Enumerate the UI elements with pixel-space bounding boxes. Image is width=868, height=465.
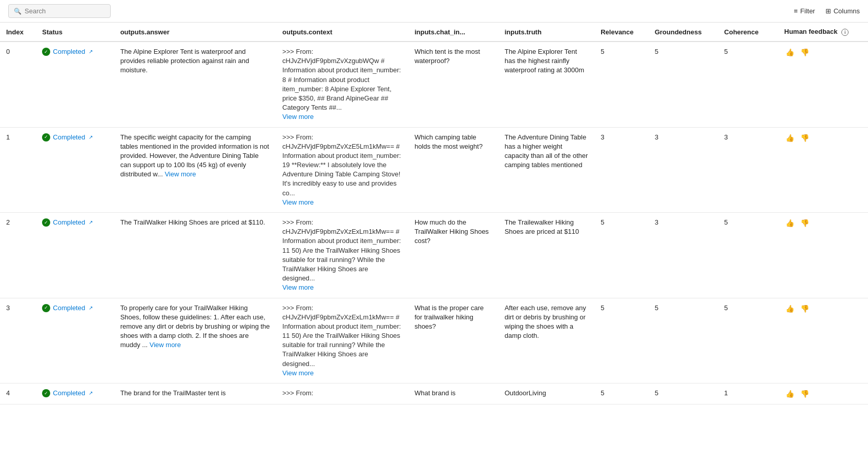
table-row: 1 ✓ Completed ↗ The specific weight capa…: [0, 127, 868, 213]
feedback-info-icon[interactable]: i: [841, 29, 849, 36]
cell-status: ✓ Completed ↗: [36, 213, 114, 298]
cell-coherence: 5: [718, 42, 778, 127]
thumbs-down-button[interactable]: 👎: [799, 389, 810, 399]
search-icon: 🔍: [14, 8, 22, 15]
col-header-coherence: Coherence: [718, 23, 778, 42]
cell-chat-in: What is the proper care for trailwalker …: [408, 298, 499, 383]
table-row: 2 ✓ Completed ↗ The TrailWalker Hiking S…: [0, 213, 868, 298]
cell-relevance: 5: [594, 298, 648, 383]
cell-status: ✓ Completed ↗: [36, 127, 114, 213]
status-completed-icon: ✓: [42, 48, 50, 56]
cell-index: 3: [0, 298, 36, 383]
table-body: 0 ✓ Completed ↗ The Alpine Explorer Tent…: [0, 42, 868, 405]
cell-truth: The Adventure Dining Table has a higher …: [499, 127, 595, 213]
cell-relevance: 5: [594, 42, 648, 127]
cell-coherence: 5: [718, 213, 778, 298]
status-completed-icon: ✓: [42, 133, 50, 141]
answer-view-more[interactable]: View more: [150, 341, 181, 349]
external-link-icon[interactable]: ↗: [89, 48, 93, 55]
cell-context: >>> From:: [276, 383, 408, 405]
cell-chat-in: How much do the TrailWalker Hiking Shoes…: [408, 213, 499, 298]
cell-truth: After each use, remove any dirt or debri…: [499, 298, 595, 383]
thumbs-down-button[interactable]: 👎: [799, 47, 810, 57]
context-text: >>> From:: [282, 389, 313, 397]
answer-text: The Alpine Explorer Tent is waterproof a…: [120, 48, 250, 74]
filter-button[interactable]: ≡ Filter: [794, 7, 815, 15]
answer-text: To properly care for your TrailWalker Hi…: [120, 304, 270, 349]
cell-groundedness: 3: [649, 213, 718, 298]
answer-view-more[interactable]: View more: [164, 170, 196, 178]
cell-chat-in: Which camping table holds the most weigh…: [408, 127, 499, 213]
table-row: 3 ✓ Completed ↗ To properly care for you…: [0, 298, 868, 383]
cell-context: >>> From: cHJvZHVjdF9pbmZvXzE5Lm1kMw== #…: [276, 127, 408, 213]
cell-status: ✓ Completed ↗: [36, 42, 114, 127]
columns-icon: ⊞: [825, 7, 831, 15]
cell-status: ✓ Completed ↗: [36, 383, 114, 405]
cell-answer: The specific weight capacity for the cam…: [114, 127, 276, 213]
answer-text: The TrailWalker Hiking Shoes are priced …: [120, 218, 265, 226]
thumbs-up-button[interactable]: 👍: [784, 218, 795, 228]
col-header-status: Status: [36, 23, 114, 42]
toolbar: 🔍 ≡ Filter ⊞ Columns: [0, 0, 868, 23]
thumbs-down-button[interactable]: 👎: [799, 133, 810, 143]
status-text: Completed: [53, 133, 85, 142]
thumbs-up-button[interactable]: 👍: [784, 133, 795, 143]
cell-relevance: 3: [594, 127, 648, 213]
cell-human-feedback: 👍 👎: [778, 383, 869, 405]
cell-answer: The Alpine Explorer Tent is waterproof a…: [114, 42, 276, 127]
cell-coherence: 1: [718, 383, 778, 405]
table-row: 4 ✓ Completed ↗ The brand for the TrailM…: [0, 383, 868, 405]
table-header: Index Status outputs.answer outputs.cont…: [0, 23, 868, 42]
cell-human-feedback: 👍 👎: [778, 42, 869, 127]
cell-truth: The Trailewalker Hiking Shoes are priced…: [499, 213, 595, 298]
context-text: >>> From: cHJvZHVjdF9pbmZvXzE5Lm1kMw== #…: [282, 133, 401, 197]
cell-human-feedback: 👍 👎: [778, 127, 869, 213]
external-link-icon[interactable]: ↗: [89, 305, 93, 312]
cell-answer: To properly care for your TrailWalker Hi…: [114, 298, 276, 383]
status-text: Completed: [53, 304, 85, 313]
external-link-icon[interactable]: ↗: [89, 219, 93, 226]
cell-context: >>> From: cHJvZHVjdF9pbmZvXzExLm1kMw== #…: [276, 298, 408, 383]
col-header-groundedness: Groundedness: [649, 23, 718, 42]
columns-button[interactable]: ⊞ Columns: [825, 7, 860, 15]
cell-groundedness: 5: [649, 42, 718, 127]
table-row: 0 ✓ Completed ↗ The Alpine Explorer Tent…: [0, 42, 868, 127]
data-table: Index Status outputs.answer outputs.cont…: [0, 23, 868, 405]
status-text: Completed: [53, 47, 85, 56]
answer-text: The brand for the TrailMaster tent is: [120, 389, 226, 397]
thumbs-up-button[interactable]: 👍: [784, 389, 795, 399]
thumbs-up-button[interactable]: 👍: [784, 47, 795, 57]
context-text: >>> From: cHJvZHVjdF9pbmZvXzExLm1kMw== #…: [282, 218, 401, 282]
thumbs-down-button[interactable]: 👎: [799, 218, 810, 228]
status-completed-icon: ✓: [42, 389, 50, 397]
cell-groundedness: 5: [649, 298, 718, 383]
external-link-icon[interactable]: ↗: [89, 390, 93, 397]
thumbs-up-button[interactable]: 👍: [784, 304, 795, 314]
status-completed-icon: ✓: [42, 304, 50, 312]
cell-relevance: 5: [594, 213, 648, 298]
cell-groundedness: 5: [649, 383, 718, 405]
col-header-truth: inputs.truth: [499, 23, 595, 42]
search-box[interactable]: 🔍: [8, 4, 111, 18]
thumbs-down-button[interactable]: 👎: [799, 304, 810, 314]
cell-index: 1: [0, 127, 36, 213]
cell-status: ✓ Completed ↗: [36, 298, 114, 383]
col-header-answer: outputs.answer: [114, 23, 276, 42]
external-link-icon[interactable]: ↗: [89, 134, 93, 141]
cell-index: 2: [0, 213, 36, 298]
toolbar-right: ≡ Filter ⊞ Columns: [794, 7, 860, 15]
col-header-chat: inputs.chat_in...: [408, 23, 499, 42]
context-text: >>> From: cHJvZHVjdF9pbmZvXzgubWQw # Inf…: [282, 48, 401, 111]
context-view-more[interactable]: View more: [282, 284, 314, 291]
cell-context: >>> From: cHJvZHVjdF9pbmZvXzExLm1kMw== #…: [276, 213, 408, 298]
cell-human-feedback: 👍 👎: [778, 213, 869, 298]
search-input[interactable]: [25, 7, 105, 15]
cell-context: >>> From: cHJvZHVjdF9pbmZvXzgubWQw # Inf…: [276, 42, 408, 127]
cell-coherence: 5: [718, 298, 778, 383]
context-view-more[interactable]: View more: [282, 198, 314, 206]
status-text: Completed: [53, 389, 85, 398]
cell-human-feedback: 👍 👎: [778, 298, 869, 383]
context-view-more[interactable]: View more: [282, 369, 314, 377]
context-view-more[interactable]: View more: [282, 113, 314, 120]
cell-index: 0: [0, 42, 36, 127]
